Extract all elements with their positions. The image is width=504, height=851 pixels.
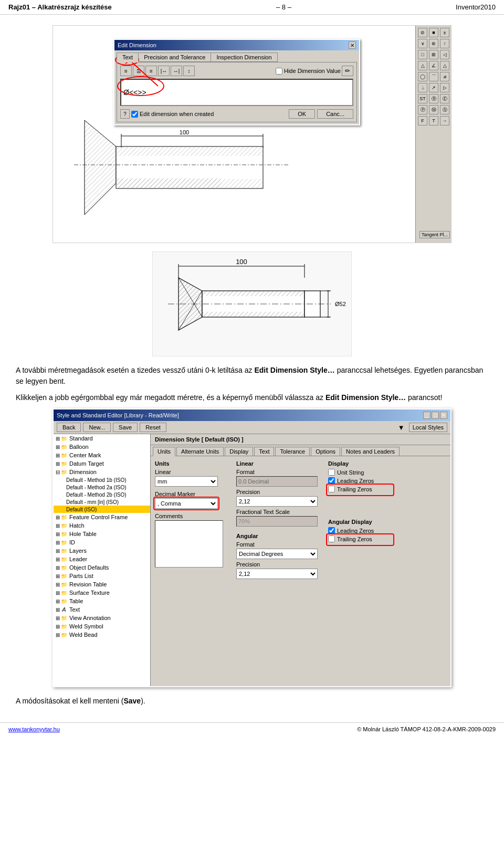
toolbar-icon-15[interactable]: ⌀ bbox=[440, 72, 449, 81]
tree-item-parts-list[interactable]: ⊞📁Parts List bbox=[54, 572, 150, 580]
tab-inspection[interactable]: Inspection Dimension bbox=[211, 52, 277, 62]
pen-tool-btn[interactable]: ✏ bbox=[342, 66, 353, 76]
tree-item-surface-texture[interactable]: ⊞📁Surface Texture bbox=[54, 589, 150, 597]
tree-item-weld-bead[interactable]: ⊞📁Weld Bead bbox=[54, 631, 150, 639]
edit-when-created-checkbox[interactable] bbox=[131, 111, 138, 118]
align-center-btn[interactable]: ☰ bbox=[133, 66, 144, 76]
sse-right-panel: Dimension Style [ Default (ISO) ] Units … bbox=[151, 434, 450, 686]
decimal-marker-select[interactable]: , Comma bbox=[155, 498, 218, 509]
comments-label: Comments bbox=[155, 513, 231, 519]
precision-select[interactable]: 2,12 bbox=[236, 496, 318, 507]
toolbar-icon-25[interactable]: F bbox=[418, 116, 427, 125]
toolbar-icon-26[interactable]: T bbox=[429, 116, 438, 125]
toolbar-icon-12[interactable]: △ bbox=[440, 61, 449, 70]
toolbar-icon-20[interactable]: Ⓡ bbox=[429, 94, 438, 103]
hide-dim-checkbox[interactable] bbox=[276, 68, 282, 75]
tree-item-id[interactable]: ⊞📁ID bbox=[54, 538, 150, 547]
toolbar-icon-10[interactable]: △ bbox=[418, 61, 427, 70]
toolbar-icon-11[interactable]: ∠ bbox=[429, 61, 438, 70]
tree-item-hatch[interactable]: ⊞📁Hatch bbox=[54, 521, 150, 530]
tree-item-center-mark[interactable]: ⊞📁Center Mark bbox=[54, 451, 150, 459]
svg-rect-4 bbox=[116, 146, 263, 156]
angular-format-select[interactable]: Decimal Degrees bbox=[236, 549, 318, 559]
dimension-text-field[interactable]: Ø<<>> bbox=[120, 79, 353, 106]
tree-item-layers[interactable]: ⊞📁Layers bbox=[54, 547, 150, 555]
tree-item-fcf[interactable]: ⊞📁Feature Control Frame bbox=[54, 513, 150, 521]
tab-precision[interactable]: Precision and Tolerance bbox=[139, 52, 211, 62]
angular-leading-zeros-checkbox[interactable] bbox=[328, 527, 335, 534]
local-styles-button[interactable]: Local Styles bbox=[409, 423, 447, 432]
toolbar-icon-21[interactable]: Ⓔ bbox=[440, 94, 449, 103]
toolbar-icon-23[interactable]: Ⓜ bbox=[429, 105, 438, 114]
tree-item-object-defaults[interactable]: ⊞📁Object Defaults bbox=[54, 563, 150, 572]
tab-display[interactable]: Display bbox=[225, 447, 253, 456]
tree-item-dim-2a[interactable]: Default - Method 2a (ISO) bbox=[54, 484, 150, 491]
toolbar-icon-8[interactable]: ⊞ bbox=[429, 50, 438, 59]
tab-text[interactable]: Text bbox=[117, 52, 139, 62]
format-btn2[interactable]: ↔| bbox=[171, 66, 182, 76]
tree-item-dim-1b[interactable]: Default - Method 1b (ISO) bbox=[54, 476, 150, 484]
angular-trailing-zeros-checkbox[interactable] bbox=[328, 535, 335, 542]
toolbar-icon-22[interactable]: Ⓟ bbox=[418, 105, 427, 114]
tree-item-dim-mmin[interactable]: Default - mm [in] (ISO) bbox=[54, 498, 150, 506]
tree-item-revision-table[interactable]: ⊞📁Revision Table bbox=[54, 580, 150, 589]
toolbar-icon-16[interactable]: ⟂ bbox=[418, 83, 427, 92]
tab-tolerance[interactable]: Tolerance bbox=[275, 447, 310, 456]
new-button[interactable]: New... bbox=[83, 423, 111, 432]
ok-button[interactable]: OK bbox=[289, 109, 315, 119]
toolbar-icon-18[interactable]: ▷ bbox=[440, 83, 449, 92]
toolbar-icon-14[interactable]: ⌒ bbox=[429, 72, 438, 81]
tree-item-datum-target[interactable]: ⊞📁Datum Target bbox=[54, 459, 150, 468]
tree-item-text[interactable]: ⊞AText bbox=[54, 605, 150, 614]
tab-alternate-units[interactable]: Alternate Units bbox=[176, 447, 224, 456]
tree-item-balloon[interactable]: ⊞📁Balloon bbox=[54, 443, 150, 451]
minimize-button[interactable]: _ bbox=[423, 412, 430, 419]
reset-button[interactable]: Reset bbox=[140, 423, 166, 432]
toolbar-icon-1[interactable]: ⊘ bbox=[418, 28, 427, 37]
dialog-close-button[interactable]: ✕ bbox=[349, 41, 356, 49]
unit-string-checkbox[interactable] bbox=[328, 469, 335, 476]
back-button[interactable]: Back bbox=[57, 423, 81, 432]
align-right-btn[interactable]: ≡ bbox=[145, 66, 157, 76]
toolbar-icon-4[interactable]: ∨ bbox=[418, 39, 427, 48]
tree-item-weld-symbol[interactable]: ⊞📁Weld Symbol bbox=[54, 622, 150, 631]
toolbar-icon-19[interactable]: ST bbox=[418, 94, 427, 103]
tree-item-leader[interactable]: ⊞📁Leader bbox=[54, 555, 150, 563]
angular-precision-select[interactable]: 2,12 bbox=[236, 569, 318, 579]
maximize-button[interactable]: □ bbox=[432, 412, 439, 419]
linear-select[interactable]: mm bbox=[155, 476, 218, 487]
tree-item-dimension[interactable]: ⊟📁Dimension bbox=[54, 468, 150, 476]
svg-rect-21 bbox=[202, 291, 304, 296]
tab-text[interactable]: Text bbox=[254, 447, 274, 456]
toolbar-icon-2[interactable]: ■ bbox=[429, 28, 438, 37]
toolbar-icon-17[interactable]: ↗ bbox=[429, 83, 438, 92]
toolbar-icon-13[interactable]: ◯ bbox=[418, 72, 427, 81]
toolbar-icon-3[interactable]: ± bbox=[440, 28, 449, 37]
toolbar-icon-7[interactable]: □ bbox=[418, 50, 427, 59]
tree-item-dim-2b[interactable]: Default - Method 2b (ISO) bbox=[54, 491, 150, 498]
leading-zeros-checkbox[interactable] bbox=[328, 477, 335, 484]
comments-textarea[interactable] bbox=[155, 520, 223, 568]
align-left-btn[interactable]: ≡ bbox=[120, 66, 132, 76]
cancel-button[interactable]: Canc... bbox=[317, 109, 353, 119]
tree-item-dim-default-iso[interactable]: Default (ISO) bbox=[54, 506, 150, 513]
toolbar-icon-24[interactable]: Ⓢ bbox=[440, 105, 449, 114]
toolbar-icon-5[interactable]: ⊚ bbox=[429, 39, 438, 48]
toolbar-icon-6[interactable]: ↑ bbox=[440, 39, 449, 48]
tab-notes-leaders[interactable]: Notes and Leaders bbox=[341, 447, 400, 456]
close-button[interactable]: ✕ bbox=[440, 412, 447, 419]
footer-link[interactable]: www.tankonyvtar.hu bbox=[8, 726, 60, 732]
help-btn[interactable]: ? bbox=[120, 109, 130, 119]
trailing-zeros-checkbox[interactable] bbox=[328, 486, 335, 492]
tab-units[interactable]: Units bbox=[153, 447, 175, 456]
save-button[interactable]: Save bbox=[113, 423, 138, 432]
tree-item-view-annotation[interactable]: ⊞📁View Annotation bbox=[54, 614, 150, 622]
format-btn3[interactable]: ↕ bbox=[183, 66, 195, 76]
toolbar-icon-27[interactable]: → bbox=[440, 116, 449, 125]
format-btn1[interactable]: |↔ bbox=[158, 66, 170, 76]
toolbar-icon-9[interactable]: ◁ bbox=[440, 50, 449, 59]
tree-item-standard[interactable]: ⊞📁Standard bbox=[54, 434, 150, 443]
tree-item-table[interactable]: ⊞📁Table bbox=[54, 597, 150, 605]
tree-item-hole-table[interactable]: ⊞📁Hole Table bbox=[54, 530, 150, 538]
tab-options[interactable]: Options bbox=[311, 447, 340, 456]
